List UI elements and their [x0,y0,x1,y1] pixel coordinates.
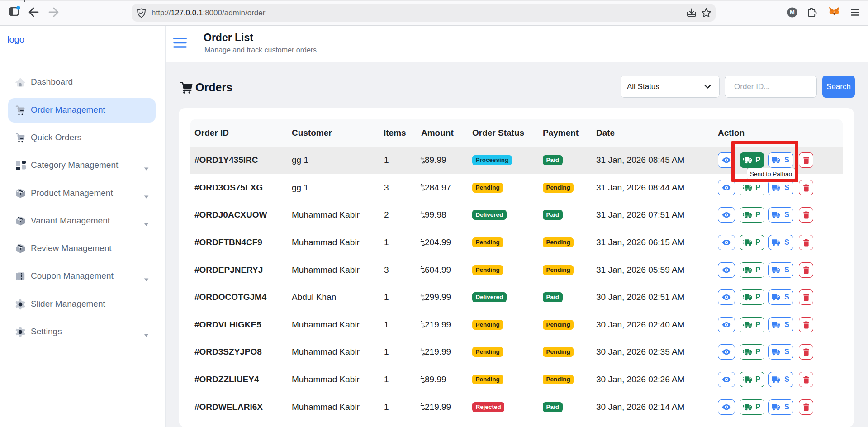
svg-text:M: M [790,9,795,16]
